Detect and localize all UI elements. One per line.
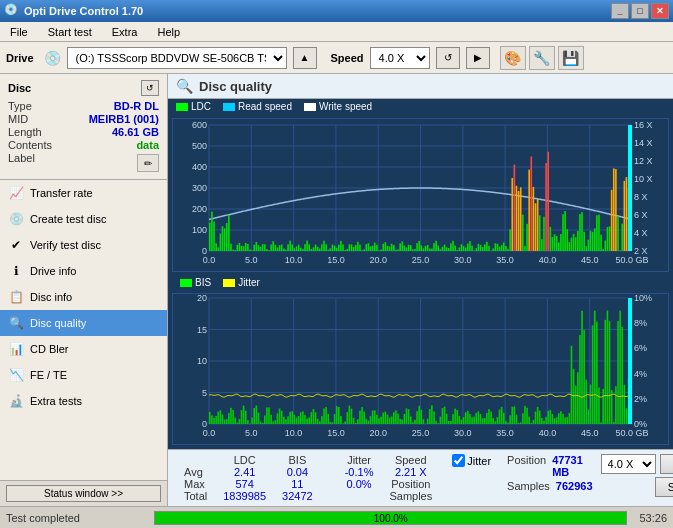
legend-ldc: LDC	[176, 101, 211, 112]
charts-area: BIS Jitter	[168, 114, 673, 449]
max-label: Max	[176, 478, 215, 490]
jitter-check-container: Jitter	[452, 454, 491, 467]
disc-type-label: Type	[8, 100, 32, 112]
sidebar-item-fe-te[interactable]: 📉 FE / TE	[0, 362, 167, 388]
sidebar-item-cd-bler[interactable]: 📊 CD Bler	[0, 336, 167, 362]
menu-starttest[interactable]: Start test	[42, 24, 98, 40]
max-jitter: 0.0%	[337, 478, 382, 490]
disc-info-panel: Disc ↺ Type BD-R DL MID MEIRB1 (001) Len…	[0, 74, 167, 180]
max-bis: 11	[274, 478, 321, 490]
bottom-chart-legend: BIS Jitter	[172, 276, 669, 289]
sidebar-item-create-test-disc[interactable]: 💿 Create test disc	[0, 206, 167, 232]
legend-jitter-color	[223, 279, 235, 287]
verify-test-disc-icon: ✔	[8, 237, 24, 253]
time-display: 53:26	[639, 512, 667, 524]
progress-container: 100.0%	[154, 511, 627, 525]
speed-select[interactable]: 4.0 X 1.0 X 2.0 X 6.0 X 8.0 X	[370, 47, 430, 69]
drive-eject-button[interactable]: ▲	[293, 47, 317, 69]
legend-ldc-label: LDC	[191, 101, 211, 112]
menu-file[interactable]: File	[4, 24, 34, 40]
sidebar-item-verify-test-disc[interactable]: ✔ Verify test disc	[0, 232, 167, 258]
jitter-checkbox[interactable]	[452, 454, 465, 467]
avg-label: Avg	[176, 466, 215, 478]
disc-panel-title: Disc	[8, 82, 31, 94]
maximize-button[interactable]: □	[631, 3, 649, 19]
legend-write-speed-color	[304, 103, 316, 111]
legend-jitter: Jitter	[223, 277, 260, 288]
sidebar-item-label-verify-test-disc: Verify test disc	[30, 239, 101, 251]
sidebar-item-label-fe-te: FE / TE	[30, 369, 67, 381]
drive-label: Drive	[6, 52, 34, 64]
label-edit-button[interactable]: ✏	[137, 154, 159, 172]
menu-extra[interactable]: Extra	[106, 24, 144, 40]
total-jitter	[337, 490, 382, 502]
avg-speed: 2.21 X	[381, 466, 440, 478]
legend-bis: BIS	[180, 277, 211, 288]
avg-blank	[321, 466, 337, 478]
extra-tests-icon: 🔬	[8, 393, 24, 409]
total-samples-label: Samples	[381, 490, 440, 502]
speed-info-row2: Samples 762963	[507, 480, 593, 492]
sidebar-item-disc-quality[interactable]: 🔍 Disc quality	[0, 310, 167, 336]
drive-icon: 💿	[44, 50, 61, 66]
sidebar: Disc ↺ Type BD-R DL MID MEIRB1 (001) Len…	[0, 74, 168, 506]
drive-select[interactable]: (O:) TSSScorp BDDVDW SE-506CB TS02	[67, 47, 287, 69]
status-window-button[interactable]: Status window >>	[6, 485, 161, 502]
action-buttons: 4.0 X Start full Start part	[601, 454, 673, 497]
sidebar-item-label-create-test-disc: Create test disc	[30, 213, 106, 225]
legend-write-speed-label: Write speed	[319, 101, 372, 112]
sidebar-item-extra-tests[interactable]: 🔬 Extra tests	[0, 388, 167, 414]
start-full-button[interactable]: Start full	[660, 454, 673, 474]
sidebar-item-transfer-rate[interactable]: 📈 Transfer rate	[0, 180, 167, 206]
create-test-disc-icon: 💿	[8, 211, 24, 227]
disc-refresh-button[interactable]: ↺	[141, 80, 159, 96]
titlebar: 💿 Opti Drive Control 1.70 _ □ ✕	[0, 0, 673, 22]
speed-pos-label: Position	[507, 454, 546, 478]
sidebar-item-drive-info[interactable]: ℹ Drive info	[0, 258, 167, 284]
top-chart-legend: LDC Read speed Write speed	[168, 99, 673, 114]
right-panel: 🔍 Disc quality LDC Read speed Write spee…	[168, 74, 673, 506]
color-icon-button[interactable]: 🎨	[500, 46, 526, 70]
col-header-ldc: LDC	[215, 454, 274, 466]
total-blank	[321, 490, 337, 502]
drive-info-icon: ℹ	[8, 263, 24, 279]
arrow-right-button[interactable]: ▶	[466, 47, 490, 69]
menubar: File Start test Extra Help	[0, 22, 673, 42]
avg-bis: 0.04	[274, 466, 321, 478]
sidebar-item-disc-info[interactable]: 📋 Disc info	[0, 284, 167, 310]
sidebar-item-label-disc-info: Disc info	[30, 291, 72, 303]
speed-info: Position 47731 MB Samples 762963	[507, 454, 593, 494]
statusbar: Test completed 100.0% 53:26	[0, 506, 673, 528]
cd-bler-icon: 📊	[8, 341, 24, 357]
close-button[interactable]: ✕	[651, 3, 669, 19]
disc-label-label: Label	[8, 152, 35, 172]
stats-row-max: Max 574 11 0.0% Position	[176, 478, 440, 490]
disc-contents-label: Contents	[8, 139, 52, 151]
menu-help[interactable]: Help	[151, 24, 186, 40]
total-bis: 32472	[274, 490, 321, 502]
legend-read-speed-color	[223, 103, 235, 111]
samples-value: 762963	[556, 480, 593, 492]
total-label: Total	[176, 490, 215, 502]
avg-ldc: 2.41	[215, 466, 274, 478]
jitter-checkbox-label: Jitter	[467, 455, 491, 467]
start-part-button[interactable]: Start part	[655, 477, 673, 497]
minimize-button[interactable]: _	[611, 3, 629, 19]
sidebar-item-label-disc-quality: Disc quality	[30, 317, 86, 329]
window-controls: _ □ ✕	[611, 3, 669, 19]
disc-panel-header: Disc ↺	[8, 80, 159, 96]
save-icon-button[interactable]: 💾	[558, 46, 584, 70]
max-speed-label: Position	[381, 478, 440, 490]
stats-table: LDC BIS Jitter Speed Avg 2.41 0.04 -0.1%	[176, 454, 440, 502]
legend-ldc-color	[176, 103, 188, 111]
sidebar-item-label-extra-tests: Extra tests	[30, 395, 82, 407]
col-header-bis: BIS	[274, 454, 321, 466]
stats-row-total: Total 1839985 32472 Samples	[176, 490, 440, 502]
tools-icon-button[interactable]: 🔧	[529, 46, 555, 70]
sidebar-item-label-drive-info: Drive info	[30, 265, 76, 277]
refresh-button[interactable]: ↺	[436, 47, 460, 69]
col-header-empty	[176, 454, 215, 466]
bottom-chart	[172, 293, 669, 445]
speed-dropdown[interactable]: 4.0 X	[601, 454, 656, 474]
progress-text: 100.0%	[155, 513, 626, 524]
